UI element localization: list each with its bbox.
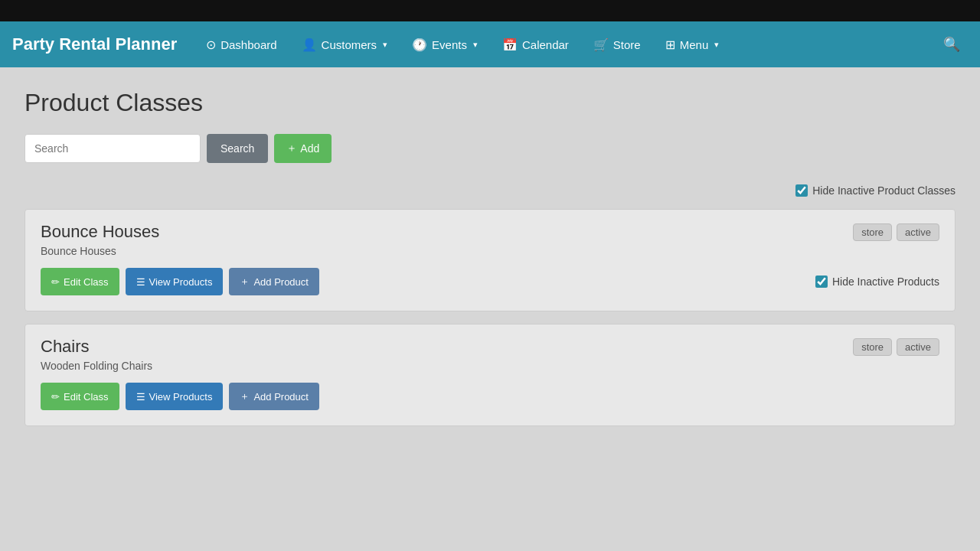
class-badges-bounce-houses: store active xyxy=(853,223,939,241)
page-title: Product Classes xyxy=(24,89,956,117)
nav-label-events: Events xyxy=(432,38,467,51)
edit-class-button-bounce-houses[interactable]: ✏ Edit Class xyxy=(41,268,119,295)
class-actions-bounce-houses: ✏ Edit Class ☰ View Products ＋ Add Produ… xyxy=(41,268,939,295)
customers-chevron-icon: ▾ xyxy=(383,40,387,50)
addprod-label-chairs: Add Product xyxy=(253,391,309,403)
plus-prod-icon-chairs: ＋ xyxy=(240,390,250,403)
plus-prod-icon: ＋ xyxy=(240,275,250,289)
class-name-chairs: Chairs xyxy=(41,337,90,357)
view-label-chairs: View Products xyxy=(149,391,213,403)
events-chevron-icon: ▾ xyxy=(473,40,478,50)
add-product-button-bounce-houses[interactable]: ＋ Add Product xyxy=(229,268,319,295)
search-input[interactable] xyxy=(24,134,201,163)
view-label: View Products xyxy=(149,276,213,288)
hide-inactive-products-checkbox-bounce-houses[interactable] xyxy=(815,276,828,288)
nav-item-events[interactable]: 🕐 Events ▾ xyxy=(401,31,488,58)
class-header-chairs: Chairs store active xyxy=(41,337,939,357)
view-products-button-chairs[interactable]: ☰ View Products xyxy=(126,383,224,410)
badge-active-bounce-houses: active xyxy=(897,223,939,241)
navbar-brand: Party Rental Planner xyxy=(12,34,177,54)
product-class-card-bounce-houses: Bounce Houses store active Bounce Houses… xyxy=(24,209,956,311)
list-icon-chairs: ☰ xyxy=(136,391,145,403)
edit-class-button-chairs[interactable]: ✏ Edit Class xyxy=(41,383,119,410)
hide-inactive-products-label-bounce-houses: Hide Inactive Products xyxy=(832,276,939,288)
edit-label: Edit Class xyxy=(64,276,109,288)
hide-inactive-classes-text: Hide Inactive Product Classes xyxy=(812,184,956,197)
search-nav-button[interactable]: 🔍 xyxy=(936,30,968,59)
badge-active-chairs: active xyxy=(897,338,939,356)
edit-icon: ✏ xyxy=(51,276,60,288)
class-badges-chairs: store active xyxy=(853,338,939,356)
nav-label-menu: Menu xyxy=(680,38,709,51)
add-product-button-chairs[interactable]: ＋ Add Product xyxy=(229,383,319,410)
class-desc-bounce-houses: Bounce Houses xyxy=(41,245,939,257)
nav-label-calendar: Calendar xyxy=(522,38,569,51)
class-actions-chairs: ✏ Edit Class ☰ View Products ＋ Add Produ… xyxy=(41,383,939,410)
main-content: Product Classes Search ＋ Add Hide Inacti… xyxy=(0,67,980,551)
plus-icon: ＋ xyxy=(286,142,297,155)
customers-icon: 👤 xyxy=(302,37,317,52)
class-name-bounce-houses: Bounce Houses xyxy=(41,222,159,242)
edit-label-chairs: Edit Class xyxy=(64,391,109,403)
nav-label-dashboard: Dashboard xyxy=(220,38,276,51)
add-label: Add xyxy=(300,142,319,155)
dashboard-icon: ⊙ xyxy=(206,37,216,52)
badge-store-chairs: store xyxy=(853,338,892,356)
product-class-card-chairs: Chairs store active Wooden Folding Chair… xyxy=(24,324,956,426)
view-products-button-bounce-houses[interactable]: ☰ View Products xyxy=(126,268,224,295)
class-header-bounce-houses: Bounce Houses store active xyxy=(41,222,939,242)
search-bar: Search ＋ Add xyxy=(24,134,956,163)
hide-inactive-classes-checkbox[interactable] xyxy=(795,184,808,197)
add-button[interactable]: ＋ Add xyxy=(274,134,332,163)
hide-inactive-classes-row: Hide Inactive Product Classes xyxy=(24,184,956,197)
top-bar xyxy=(0,0,980,21)
list-icon: ☰ xyxy=(136,276,145,288)
badge-store-bounce-houses: store xyxy=(853,223,892,241)
events-icon: 🕐 xyxy=(412,37,427,52)
hide-inactive-classes-label: Hide Inactive Product Classes xyxy=(795,184,956,197)
menu-icon: ⊞ xyxy=(665,37,675,52)
nav-item-store[interactable]: 🛒 Store xyxy=(583,31,652,58)
addprod-label: Add Product xyxy=(253,276,309,288)
search-button[interactable]: Search xyxy=(207,134,268,163)
store-icon: 🛒 xyxy=(593,37,609,52)
calendar-icon: 📅 xyxy=(502,37,518,52)
nav-label-customers: Customers xyxy=(322,38,377,51)
nav-item-calendar[interactable]: 📅 Calendar xyxy=(492,31,580,58)
menu-chevron-icon: ▾ xyxy=(714,40,719,50)
hide-inactive-products-row-bounce-houses: Hide Inactive Products xyxy=(815,276,939,288)
nav-item-customers[interactable]: 👤 Customers ▾ xyxy=(291,31,399,58)
nav-item-dashboard[interactable]: ⊙ Dashboard xyxy=(195,31,287,58)
navbar: Party Rental Planner ⊙ Dashboard 👤 Custo… xyxy=(0,21,980,67)
edit-icon-chairs: ✏ xyxy=(51,391,60,403)
class-desc-chairs: Wooden Folding Chairs xyxy=(41,360,939,372)
nav-label-store: Store xyxy=(613,38,641,51)
nav-item-menu[interactable]: ⊞ Menu ▾ xyxy=(655,31,730,58)
